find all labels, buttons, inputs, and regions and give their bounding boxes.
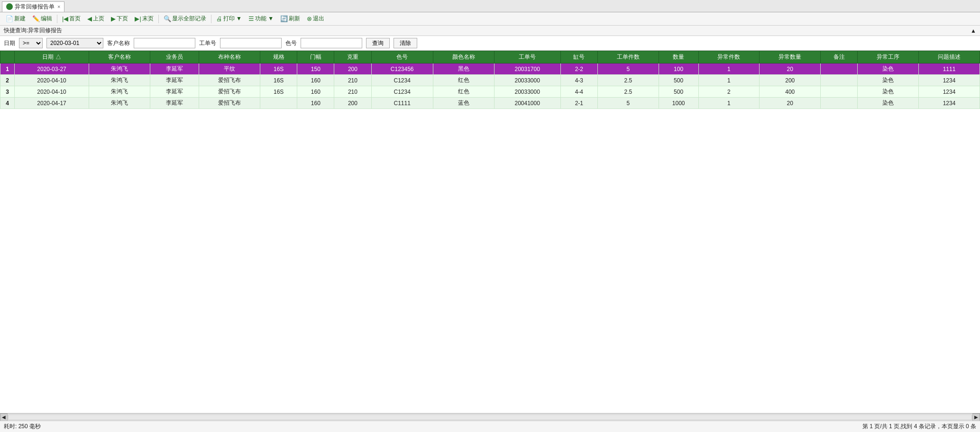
horizontal-scrollbar[interactable]: ◀ ▶ bbox=[0, 413, 980, 421]
prev-icon: ◀ bbox=[87, 15, 92, 22]
new-icon: 📄 bbox=[6, 15, 13, 22]
cell-width: 150 bbox=[297, 63, 334, 75]
cell-color_no: C1234 bbox=[371, 86, 433, 98]
exit-label: 退出 bbox=[313, 15, 324, 23]
cell-issue_desc: 1234 bbox=[919, 98, 980, 109]
cell-salesman: 李延军 bbox=[150, 75, 199, 86]
search-button[interactable]: 查询 bbox=[366, 38, 390, 48]
next-icon: ▶ bbox=[111, 15, 116, 22]
col-header-color-no: 色号 bbox=[371, 51, 433, 63]
scroll-left-btn[interactable]: ◀ bbox=[0, 414, 8, 421]
table-row[interactable]: 22020-04-10朱鸿飞李延军爱招飞布16S160210C1234红色200… bbox=[0, 75, 980, 86]
cell-abnormal_qty: 20 bbox=[760, 98, 821, 109]
table-row[interactable]: 12020-03-27朱鸿飞李延军平纹16S150200C123456黑色200… bbox=[0, 63, 980, 75]
col-header-abnormal-process: 异常工序 bbox=[858, 51, 919, 63]
tab-close-btn[interactable]: × bbox=[57, 4, 60, 9]
cell-abnormal_count: 2 bbox=[698, 86, 760, 98]
cell-abnormal_count: 1 bbox=[698, 63, 760, 75]
cell-weight: 200 bbox=[334, 98, 371, 109]
exit-button[interactable]: ⊗ 退出 bbox=[304, 14, 327, 24]
clear-button[interactable]: 清除 bbox=[394, 38, 417, 48]
cell-remark bbox=[821, 86, 858, 98]
search-bar: 日期 >= <= = > < 2020-03-01 客户名称 工单号 色号 查询… bbox=[0, 36, 980, 51]
col-header-remark: 备注 bbox=[821, 51, 858, 63]
col-header-customer: 客户名称 bbox=[89, 51, 150, 63]
first-icon: |◀ bbox=[62, 15, 68, 22]
show-all-label: 显示全部记录 bbox=[172, 15, 206, 23]
next-page-button[interactable]: ▶ 下页 bbox=[108, 14, 131, 24]
cell-color_name: 红色 bbox=[433, 75, 494, 86]
cell-customer: 朱鸿飞 bbox=[89, 63, 150, 75]
cell-width: 160 bbox=[297, 75, 334, 86]
date-op-select[interactable]: >= <= = > < bbox=[19, 38, 43, 48]
cell-spec bbox=[260, 98, 297, 109]
cell-order_count: 5 bbox=[597, 63, 659, 75]
exit-icon: ⊗ bbox=[307, 15, 312, 22]
cell-spec: 16S bbox=[260, 63, 297, 75]
col-header-order-no: 工单号 bbox=[494, 51, 560, 63]
cell-weight: 200 bbox=[334, 63, 371, 75]
cell-vat: 4-3 bbox=[560, 75, 597, 86]
collapse-icon[interactable]: ▲ bbox=[971, 27, 976, 34]
sep1 bbox=[57, 15, 57, 23]
table-row[interactable]: 42020-04-17朱鸿飞李延军爱招飞布160200C1111蓝色200410… bbox=[0, 98, 980, 109]
cell-spec: 16S bbox=[260, 86, 297, 98]
cell-abnormal_count: 1 bbox=[698, 75, 760, 86]
func-button[interactable]: ☰ 功能 ▼ bbox=[246, 14, 276, 24]
sep3 bbox=[211, 15, 211, 23]
cell-salesman: 李延军 bbox=[150, 98, 199, 109]
cell-fabric: 爱招飞布 bbox=[199, 86, 260, 98]
cell-spec: 16S bbox=[260, 75, 297, 86]
cell-idx: 3 bbox=[0, 86, 15, 98]
print-button[interactable]: 🖨 打印 ▼ bbox=[213, 14, 245, 24]
cell-salesman: 李延军 bbox=[150, 63, 199, 75]
first-page-button[interactable]: |◀ 首页 bbox=[59, 14, 83, 24]
col-header-fabric: 布种名称 bbox=[199, 51, 260, 63]
col-header-date[interactable]: 日期 △ bbox=[15, 51, 89, 63]
print-label: 打印 ▼ bbox=[223, 15, 242, 23]
cell-order_count: 2.5 bbox=[597, 86, 659, 98]
col-header-abnormal-qty: 异常数量 bbox=[760, 51, 821, 63]
cell-abnormal_process: 染色 bbox=[858, 98, 919, 109]
cell-qty: 1000 bbox=[659, 98, 698, 109]
scroll-right-btn[interactable]: ▶ bbox=[972, 414, 980, 421]
cell-vat: 2-1 bbox=[560, 98, 597, 109]
refresh-icon: 🔄 bbox=[280, 15, 288, 22]
cell-idx: 4 bbox=[0, 98, 15, 109]
cell-customer: 朱鸿飞 bbox=[89, 98, 150, 109]
col-header-abnormal-count: 异常件数 bbox=[698, 51, 760, 63]
cell-width: 160 bbox=[297, 86, 334, 98]
col-header-order-count: 工单件数 bbox=[597, 51, 659, 63]
scroll-track[interactable] bbox=[8, 414, 972, 420]
main-tab[interactable]: 异常回修报告单 × bbox=[2, 1, 64, 12]
cell-idx: 1 bbox=[0, 63, 15, 75]
date-value-select[interactable]: 2020-03-01 bbox=[46, 38, 103, 48]
col-header-weight: 克重 bbox=[334, 51, 371, 63]
page-info: 第 1 页/共 1 页,找到 4 条记录，本页显示 0 条 bbox=[862, 423, 976, 431]
edit-icon: ✏️ bbox=[32, 15, 40, 22]
cell-abnormal_process: 染色 bbox=[858, 63, 919, 75]
cell-salesman: 李延军 bbox=[150, 86, 199, 98]
cell-order_count: 5 bbox=[597, 98, 659, 109]
tab-icon bbox=[6, 3, 13, 10]
prev-page-button[interactable]: ◀ 上页 bbox=[84, 14, 107, 24]
col-header-salesman: 业务员 bbox=[150, 51, 199, 63]
cell-fabric: 平纹 bbox=[199, 63, 260, 75]
customer-input[interactable] bbox=[134, 38, 195, 48]
cell-remark bbox=[821, 98, 858, 109]
cell-fabric: 爱招飞布 bbox=[199, 98, 260, 109]
table-row[interactable]: 32020-04-10朱鸿飞李延军爱招飞布16S160210C1234红色200… bbox=[0, 86, 980, 98]
new-button[interactable]: 📄 新建 bbox=[3, 14, 28, 24]
cell-qty: 500 bbox=[659, 86, 698, 98]
show-all-button[interactable]: 🔍 显示全部记录 bbox=[161, 14, 209, 24]
color-input[interactable] bbox=[301, 38, 362, 48]
status-bar: 耗时: 250 毫秒 第 1 页/共 1 页,找到 4 条记录，本页显示 0 条 bbox=[0, 421, 980, 432]
order-input[interactable] bbox=[220, 38, 282, 48]
first-label: 首页 bbox=[69, 15, 81, 23]
cell-abnormal_qty: 200 bbox=[760, 75, 821, 86]
refresh-button[interactable]: 🔄 刷新 bbox=[277, 14, 303, 24]
edit-button[interactable]: ✏️ 编辑 bbox=[29, 14, 55, 24]
order-label: 工单号 bbox=[199, 39, 216, 47]
last-page-button[interactable]: ▶| 末页 bbox=[132, 14, 156, 24]
prev-label: 上页 bbox=[93, 15, 104, 23]
